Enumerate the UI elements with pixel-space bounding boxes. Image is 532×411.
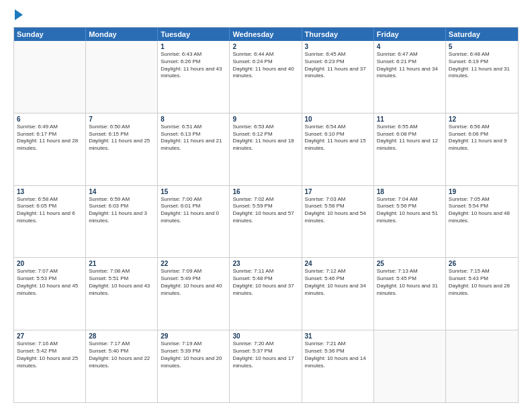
cell-info: Sunrise: 7:21 AM Sunset: 5:36 PM Dayligh… <box>305 340 371 369</box>
cell-info: Sunrise: 7:08 AM Sunset: 5:51 PM Dayligh… <box>89 268 154 297</box>
calendar-cell-2: 2Sunrise: 6:44 AM Sunset: 6:24 PM Daylig… <box>230 41 302 113</box>
cell-info: Sunrise: 6:50 AM Sunset: 6:15 PM Dayligh… <box>89 124 154 152</box>
day-number: 27 <box>17 332 83 340</box>
calendar-row-4: 20Sunrise: 7:07 AM Sunset: 5:53 PM Dayli… <box>14 258 518 330</box>
day-number: 6 <box>17 116 83 123</box>
cell-info: Sunrise: 6:53 AM Sunset: 6:12 PM Dayligh… <box>232 124 298 152</box>
calendar-cell-empty <box>446 330 518 402</box>
day-number: 2 <box>232 43 298 50</box>
cell-info: Sunrise: 7:19 AM Sunset: 5:39 PM Dayligh… <box>161 340 226 369</box>
calendar-cell-28: 28Sunrise: 7:17 AM Sunset: 5:40 PM Dayli… <box>86 330 158 402</box>
cell-info: Sunrise: 7:07 AM Sunset: 5:53 PM Dayligh… <box>17 268 83 297</box>
calendar-cell-23: 23Sunrise: 7:11 AM Sunset: 5:48 PM Dayli… <box>230 258 302 330</box>
day-number: 7 <box>89 116 154 123</box>
cell-info: Sunrise: 7:12 AM Sunset: 5:46 PM Dayligh… <box>305 268 371 297</box>
cell-info: Sunrise: 7:15 AM Sunset: 5:43 PM Dayligh… <box>449 268 515 297</box>
day-number: 8 <box>161 116 226 123</box>
calendar-cell-empty <box>86 41 158 113</box>
calendar-cell-7: 7Sunrise: 6:50 AM Sunset: 6:15 PM Daylig… <box>86 113 158 185</box>
calendar-cell-1: 1Sunrise: 6:43 AM Sunset: 6:26 PM Daylig… <box>158 41 230 113</box>
day-number: 17 <box>305 188 371 195</box>
calendar-cell-15: 15Sunrise: 7:00 AM Sunset: 6:01 PM Dayli… <box>158 186 230 258</box>
calendar-cell-6: 6Sunrise: 6:49 AM Sunset: 6:17 PM Daylig… <box>14 113 86 185</box>
calendar-cell-empty <box>374 330 446 402</box>
day-number: 28 <box>89 332 154 340</box>
day-number: 4 <box>377 43 443 50</box>
calendar-cell-27: 27Sunrise: 7:16 AM Sunset: 5:42 PM Dayli… <box>14 330 86 402</box>
cell-info: Sunrise: 6:49 AM Sunset: 6:17 PM Dayligh… <box>17 124 83 152</box>
calendar-cell-24: 24Sunrise: 7:12 AM Sunset: 5:46 PM Dayli… <box>302 258 374 330</box>
calendar-cell-30: 30Sunrise: 7:20 AM Sunset: 5:37 PM Dayli… <box>230 330 302 402</box>
cell-info: Sunrise: 7:11 AM Sunset: 5:48 PM Dayligh… <box>232 268 298 297</box>
day-number: 22 <box>161 260 226 267</box>
calendar-row-3: 13Sunrise: 6:58 AM Sunset: 6:05 PM Dayli… <box>14 186 518 259</box>
day-number: 14 <box>89 188 154 195</box>
day-number: 31 <box>305 332 371 340</box>
cell-info: Sunrise: 7:09 AM Sunset: 5:49 PM Dayligh… <box>161 268 226 297</box>
calendar-cell-18: 18Sunrise: 7:04 AM Sunset: 5:56 PM Dayli… <box>374 186 446 258</box>
cell-info: Sunrise: 6:44 AM Sunset: 6:24 PM Dayligh… <box>232 51 298 80</box>
cell-info: Sunrise: 7:04 AM Sunset: 5:56 PM Dayligh… <box>377 196 443 225</box>
cell-info: Sunrise: 6:56 AM Sunset: 6:06 PM Dayligh… <box>449 124 515 152</box>
day-number: 3 <box>305 43 371 50</box>
page: SundayMondayTuesdayWednesdayThursdayFrid… <box>0 0 532 411</box>
cell-info: Sunrise: 7:02 AM Sunset: 5:59 PM Dayligh… <box>232 196 298 225</box>
day-number: 29 <box>161 332 226 340</box>
cell-info: Sunrise: 7:13 AM Sunset: 5:45 PM Dayligh… <box>377 268 443 297</box>
calendar-body: 1Sunrise: 6:43 AM Sunset: 6:26 PM Daylig… <box>14 41 518 402</box>
calendar-row-5: 27Sunrise: 7:16 AM Sunset: 5:42 PM Dayli… <box>14 330 518 402</box>
day-number: 10 <box>305 116 371 123</box>
calendar-cell-12: 12Sunrise: 6:56 AM Sunset: 6:06 PM Dayli… <box>446 113 518 185</box>
calendar-cell-3: 3Sunrise: 6:45 AM Sunset: 6:23 PM Daylig… <box>302 41 374 113</box>
calendar-row-2: 6Sunrise: 6:49 AM Sunset: 6:17 PM Daylig… <box>14 113 518 186</box>
day-number: 26 <box>449 260 515 267</box>
calendar-cell-4: 4Sunrise: 6:47 AM Sunset: 6:21 PM Daylig… <box>374 41 446 113</box>
header <box>13 11 519 20</box>
day-number: 30 <box>232 332 298 340</box>
day-header-wednesday: Wednesday <box>230 28 302 41</box>
calendar-row-1: 1Sunrise: 6:43 AM Sunset: 6:26 PM Daylig… <box>14 41 518 113</box>
calendar-cell-31: 31Sunrise: 7:21 AM Sunset: 5:36 PM Dayli… <box>302 330 374 402</box>
cell-info: Sunrise: 7:03 AM Sunset: 5:58 PM Dayligh… <box>305 196 371 225</box>
calendar-cell-10: 10Sunrise: 6:54 AM Sunset: 6:10 PM Dayli… <box>302 113 374 185</box>
cell-info: Sunrise: 6:58 AM Sunset: 6:05 PM Dayligh… <box>17 196 83 225</box>
day-number: 1 <box>161 43 226 50</box>
day-number: 13 <box>17 188 83 195</box>
day-number: 24 <box>305 260 371 267</box>
calendar-cell-17: 17Sunrise: 7:03 AM Sunset: 5:58 PM Dayli… <box>302 186 374 258</box>
logo-arrow-icon <box>15 9 23 20</box>
calendar-cell-empty <box>14 41 86 113</box>
cell-info: Sunrise: 6:47 AM Sunset: 6:21 PM Dayligh… <box>377 51 443 80</box>
day-number: 16 <box>232 188 298 195</box>
cell-info: Sunrise: 7:16 AM Sunset: 5:42 PM Dayligh… <box>17 340 83 369</box>
day-number: 23 <box>232 260 298 267</box>
day-number: 18 <box>377 188 443 195</box>
calendar-cell-22: 22Sunrise: 7:09 AM Sunset: 5:49 PM Dayli… <box>158 258 230 330</box>
calendar-cell-9: 9Sunrise: 6:53 AM Sunset: 6:12 PM Daylig… <box>230 113 302 185</box>
day-number: 12 <box>449 116 515 123</box>
cell-info: Sunrise: 6:48 AM Sunset: 6:19 PM Dayligh… <box>449 51 515 80</box>
cell-info: Sunrise: 7:17 AM Sunset: 5:40 PM Dayligh… <box>89 340 154 369</box>
calendar-cell-8: 8Sunrise: 6:51 AM Sunset: 6:13 PM Daylig… <box>158 113 230 185</box>
calendar-cell-29: 29Sunrise: 7:19 AM Sunset: 5:39 PM Dayli… <box>158 330 230 402</box>
calendar-cell-11: 11Sunrise: 6:55 AM Sunset: 6:08 PM Dayli… <box>374 113 446 185</box>
day-header-sunday: Sunday <box>14 28 86 41</box>
day-header-friday: Friday <box>374 28 446 41</box>
calendar-header-row: SundayMondayTuesdayWednesdayThursdayFrid… <box>14 28 518 41</box>
day-number: 9 <box>232 116 298 123</box>
cell-info: Sunrise: 6:45 AM Sunset: 6:23 PM Dayligh… <box>305 51 371 80</box>
day-header-saturday: Saturday <box>446 28 518 41</box>
cell-info: Sunrise: 7:05 AM Sunset: 5:54 PM Dayligh… <box>449 196 515 225</box>
cell-info: Sunrise: 6:55 AM Sunset: 6:08 PM Dayligh… <box>377 124 443 152</box>
day-number: 25 <box>377 260 443 267</box>
cell-info: Sunrise: 6:54 AM Sunset: 6:10 PM Dayligh… <box>305 124 371 152</box>
day-number: 5 <box>449 43 515 50</box>
calendar-cell-25: 25Sunrise: 7:13 AM Sunset: 5:45 PM Dayli… <box>374 258 446 330</box>
cell-info: Sunrise: 6:51 AM Sunset: 6:13 PM Dayligh… <box>161 124 226 152</box>
cell-info: Sunrise: 7:00 AM Sunset: 6:01 PM Dayligh… <box>161 196 226 225</box>
calendar-cell-5: 5Sunrise: 6:48 AM Sunset: 6:19 PM Daylig… <box>446 41 518 113</box>
cell-info: Sunrise: 6:43 AM Sunset: 6:26 PM Dayligh… <box>161 51 226 80</box>
day-header-monday: Monday <box>86 28 158 41</box>
day-number: 11 <box>377 116 443 123</box>
day-number: 20 <box>17 260 83 267</box>
